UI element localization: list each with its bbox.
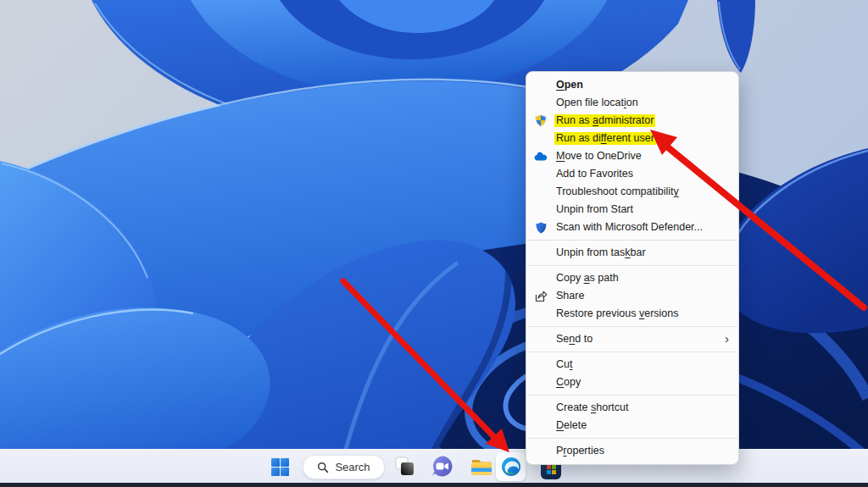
search-icon [317,462,329,473]
menu-item-copy-as-path[interactable]: Copy as path [526,269,738,287]
task-view-icon [395,457,415,476]
menu-item-share[interactable]: Share [526,287,738,305]
microsoft-app-icon [547,465,556,474]
chat-button[interactable] [431,455,453,481]
menu-item-unpin-from-taskbar[interactable]: Unpin from taskbar [526,244,738,262]
menu-item-send-to[interactable]: Send to › [526,330,738,348]
menu-item-unpin-from-start[interactable]: Unpin from Start [526,201,738,219]
search-box[interactable]: Search [303,455,385,479]
start-button[interactable] [270,457,290,480]
menu-separator [527,240,737,241]
chat-icon [431,455,453,478]
menu-separator [527,326,737,327]
menu-item-cut[interactable]: Cut [526,356,738,374]
menu-item-add-to-favorites[interactable]: Add to Favorites [526,165,738,183]
desktop: Search [0,0,868,487]
menu-separator [527,438,737,439]
menu-item-troubleshoot-compatibility[interactable]: Troubleshoot compatibility [526,183,738,201]
menu-separator [527,351,737,352]
menu-separator [527,395,737,396]
context-menu: Open Open file location Run as administr… [526,71,739,465]
search-label: Search [335,461,370,473]
menu-item-move-to-onedrive[interactable]: Move to OneDrive [526,147,738,165]
file-explorer-button[interactable] [470,457,492,479]
screen-bottom-edge [0,483,868,487]
file-explorer-icon [470,457,492,476]
share-icon [534,290,548,303]
menu-item-scan-with-microsoft-defender[interactable]: Scan with Microsoft Defender... [526,219,738,236]
menu-item-properties[interactable]: Properties [526,442,738,460]
menu-item-create-shortcut[interactable]: Create shortcut [526,399,738,417]
uac-shield-icon [534,114,548,128]
edge-taskbar-button[interactable] [496,452,526,481]
defender-shield-icon [534,221,548,235]
menu-separator [527,265,737,266]
menu-item-restore-previous-versions[interactable]: Restore previous versions [526,305,738,323]
edge-icon [501,457,521,477]
menu-item-open-file-location[interactable]: Open file location [526,94,738,112]
onedrive-icon [534,150,548,163]
menu-item-copy[interactable]: Copy [526,374,738,391]
menu-item-run-as-different-user[interactable]: Run as different user [526,130,738,147]
task-view-button[interactable] [395,457,415,479]
menu-item-delete[interactable]: Delete [526,417,738,434]
windows-start-icon [270,457,290,477]
submenu-chevron-icon: › [725,331,729,346]
menu-item-run-as-administrator[interactable]: Run as administrator [526,112,738,130]
menu-item-open[interactable]: Open [526,76,738,94]
